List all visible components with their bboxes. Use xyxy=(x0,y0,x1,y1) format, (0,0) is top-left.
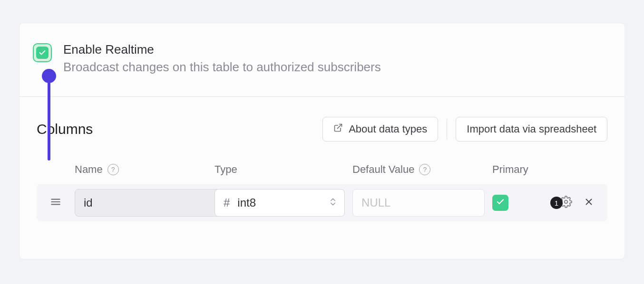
check-icon xyxy=(36,47,49,59)
about-data-types-label: About data types xyxy=(349,123,427,135)
settings-count-badge: 1 xyxy=(550,197,563,209)
columns-section: Columns About data types Import data via… xyxy=(20,97,624,221)
columns-header-row: Name ? Type Default Value ? Primary xyxy=(37,163,607,184)
import-spreadsheet-label: Import data via spreadsheet xyxy=(467,123,596,135)
realtime-description: Broadcast changes on this table to autho… xyxy=(63,60,381,75)
import-spreadsheet-button[interactable]: Import data via spreadsheet xyxy=(456,117,607,142)
header-default-label: Default Value xyxy=(352,163,414,176)
header-default: Default Value ? xyxy=(352,163,492,176)
remove-column-button[interactable] xyxy=(584,197,594,209)
header-type: Type xyxy=(215,163,352,176)
column-extra-settings-button[interactable]: 1 xyxy=(550,196,572,210)
chevrons-up-down-icon xyxy=(328,197,338,208)
column-type-label: int8 xyxy=(237,196,321,209)
annotation-dot xyxy=(42,69,56,83)
drag-handle-icon[interactable] xyxy=(49,196,62,210)
divider xyxy=(447,119,447,140)
annotation-line xyxy=(48,82,50,161)
about-data-types-button[interactable]: About data types xyxy=(322,117,438,142)
svg-point-4 xyxy=(565,200,568,204)
column-name-input[interactable] xyxy=(75,189,235,217)
external-link-icon xyxy=(333,123,343,135)
realtime-title: Enable Realtime xyxy=(63,42,381,57)
column-row: # int8 1 xyxy=(37,184,607,221)
help-icon[interactable]: ? xyxy=(107,164,119,175)
close-icon xyxy=(584,197,594,209)
header-name-label: Name xyxy=(75,163,103,176)
header-type-label: Type xyxy=(215,163,237,176)
help-icon[interactable]: ? xyxy=(419,164,430,175)
svg-line-0 xyxy=(337,124,342,129)
enable-realtime-checkbox[interactable] xyxy=(33,43,52,62)
realtime-section: Enable Realtime Broadcast changes on thi… xyxy=(20,23,624,97)
column-default-input[interactable] xyxy=(352,189,485,217)
column-type-select[interactable]: # int8 xyxy=(215,189,345,217)
header-primary-label: Primary xyxy=(492,163,528,176)
columns-title: Columns xyxy=(37,121,93,137)
header-primary: Primary xyxy=(492,163,549,176)
hash-icon: # xyxy=(224,196,230,209)
header-name: Name ? xyxy=(75,163,215,176)
primary-key-checkbox[interactable] xyxy=(492,195,508,211)
check-icon xyxy=(496,198,505,208)
settings-card: Enable Realtime Broadcast changes on thi… xyxy=(19,23,625,259)
